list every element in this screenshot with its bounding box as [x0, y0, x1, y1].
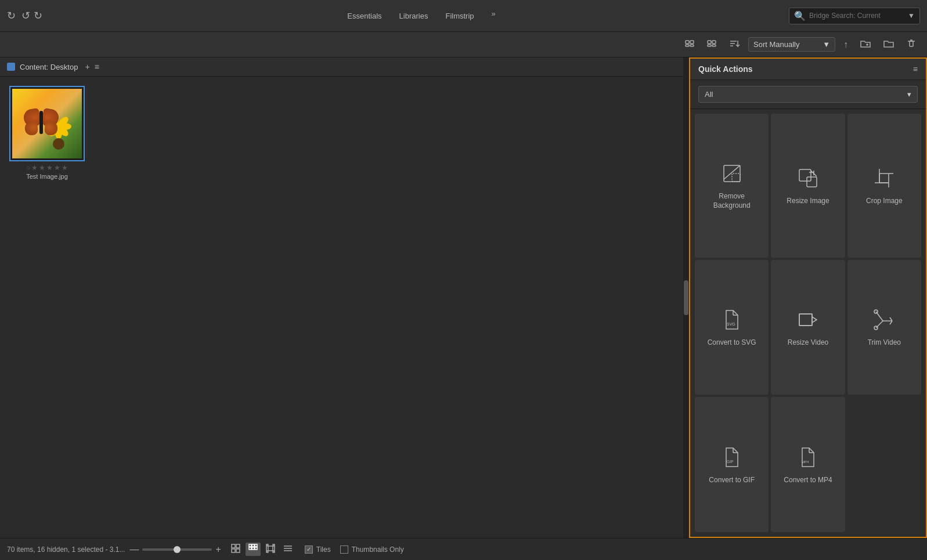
delete-button[interactable]	[903, 36, 920, 53]
zoom-out-button[interactable]: —	[129, 545, 139, 554]
star-5: ★	[62, 164, 68, 172]
actions-grid: RemoveBackground Resize Image	[690, 109, 926, 537]
panel-title: Quick Actions	[698, 64, 753, 74]
filter-label: All	[705, 90, 713, 99]
action-resize-image[interactable]: Resize Image	[771, 114, 845, 258]
refresh-icon[interactable]: ↻	[7, 9, 16, 22]
top-toolbar: ↻ ↺ ↻ Essentials Libraries Filmstrip » 🔍…	[0, 0, 927, 32]
content-scrollbar[interactable]	[683, 57, 689, 538]
panel-menu-icon[interactable]: ≡	[913, 64, 918, 74]
zoom-slider[interactable]	[142, 548, 212, 551]
action-convert-svg[interactable]: SVG Convert to SVG	[695, 260, 769, 395]
view-grid-button[interactable]	[228, 543, 243, 556]
content-icon	[7, 63, 15, 71]
content-add-button[interactable]: +	[85, 62, 89, 71]
svg-rect-1	[690, 41, 694, 44]
action-remove-background[interactable]: RemoveBackground	[695, 114, 769, 258]
svg-rect-62	[273, 544, 275, 545]
search-dropdown-arrow[interactable]: ▼	[908, 12, 915, 20]
convert-mp4-icon: MP4	[795, 445, 821, 470]
resize-image-icon	[795, 165, 821, 191]
new-folder-button[interactable]	[856, 36, 875, 53]
thumbnail-wrapper	[9, 86, 85, 161]
convert-gif-icon: GIF	[719, 445, 745, 470]
tiles-check-mark: ✓	[306, 546, 311, 552]
svg-rect-7	[712, 45, 716, 46]
trim-video-icon	[871, 307, 897, 333]
thumbnail-item[interactable]: ○ ★ ★ ★ ★ ★ Test Image.jpg	[9, 86, 85, 180]
thumbnail-rating: ○ ★ ★ ★ ★ ★	[26, 164, 68, 172]
search-input[interactable]	[809, 12, 902, 20]
svg-rect-6	[708, 45, 711, 46]
secondary-toolbar: Sort Manually ▼ ↑	[0, 32, 927, 57]
action-resize-video-label: Resize Video	[788, 338, 829, 348]
svg-rect-48	[232, 544, 235, 548]
more-tabs-button[interactable]: »	[492, 9, 496, 23]
svg-rect-19	[799, 169, 811, 181]
action-crop-image[interactable]: Crop Image	[847, 114, 921, 258]
content-header: Content: Desktop + ≡	[0, 57, 683, 77]
view-grid-small-button[interactable]	[246, 543, 261, 556]
sort-dropdown-arrow: ▼	[823, 40, 830, 49]
tab-filmstrip[interactable]: Filmstrip	[445, 9, 474, 23]
remove-background-icon	[719, 161, 745, 186]
folder-button[interactable]	[879, 36, 898, 53]
svg-rect-3	[690, 45, 694, 46]
svg-rect-18	[732, 174, 740, 182]
nav-tabs: Essentials Libraries Filmstrip »	[54, 9, 789, 23]
panel-header: Quick Actions ≡	[690, 59, 926, 80]
sort-options-button[interactable]	[725, 36, 744, 53]
svg-rect-64	[273, 551, 275, 552]
thumbnails-only-checkbox[interactable]	[340, 545, 348, 554]
view-icons	[228, 543, 295, 556]
status-text: 70 items, 16 hidden, 1 selected - 3.1...	[7, 545, 125, 554]
tiles-checkbox[interactable]: ✓	[305, 545, 313, 554]
view-filmstrip-button[interactable]	[263, 543, 278, 556]
zoom-in-button[interactable]: +	[215, 544, 221, 555]
sunflower-center	[53, 138, 64, 150]
filter-dropdown[interactable]: All ▾	[698, 86, 918, 103]
tab-libraries[interactable]: Libraries	[399, 9, 428, 23]
tiles-section: ✓ Tiles	[305, 545, 331, 554]
rating-filter-button[interactable]	[681, 36, 698, 53]
sort-dropdown[interactable]: Sort Manually ▼	[748, 37, 835, 52]
svg-rect-14	[910, 41, 913, 46]
zoom-controls: — +	[129, 544, 221, 555]
thumbnails-only-label: Thumbnails Only	[352, 545, 404, 554]
content-title: Content: Desktop	[20, 63, 78, 71]
svg-rect-54	[255, 544, 257, 547]
convert-svg-icon: SVG	[719, 307, 745, 333]
resize-video-icon	[795, 307, 821, 333]
quick-actions-panel: Quick Actions ≡ All ▾ RemoveBackground	[689, 57, 927, 538]
action-convert-mp4[interactable]: MP4 Convert to MP4	[771, 397, 845, 532]
search-bar[interactable]: 🔍 ▼	[789, 8, 920, 24]
svg-rect-0	[686, 41, 689, 44]
content-header-actions: + ≡	[85, 62, 99, 71]
redo-icon[interactable]: ↻	[34, 9, 42, 22]
action-resize-video[interactable]: Resize Video	[771, 260, 845, 395]
action-trim-video-label: Trim Video	[868, 338, 901, 348]
zoom-thumb	[174, 546, 181, 553]
action-remove-background-label: RemoveBackground	[713, 192, 751, 210]
action-convert-svg-label: Convert to SVG	[708, 338, 756, 348]
main-area: Content: Desktop + ≡	[0, 57, 927, 538]
tab-essentials[interactable]: Essentials	[347, 9, 381, 23]
filter-dropdown-button[interactable]	[703, 36, 720, 53]
undo-icon[interactable]: ↺	[21, 9, 30, 22]
svg-rect-57	[255, 547, 257, 550]
content-menu-button[interactable]: ≡	[95, 62, 99, 71]
action-crop-image-label: Crop Image	[866, 197, 903, 206]
search-icon: 🔍	[794, 10, 806, 21]
svg-line-40	[890, 317, 892, 321]
view-list-button[interactable]	[280, 543, 295, 556]
action-convert-gif[interactable]: GIF Convert to GIF	[695, 397, 769, 532]
rating-circle: ○	[26, 164, 30, 172]
svg-rect-49	[236, 544, 240, 548]
content-panel: Content: Desktop + ≡	[0, 57, 683, 538]
svg-rect-63	[266, 551, 268, 552]
star-2: ★	[39, 164, 45, 172]
action-trim-video[interactable]: Trim Video	[847, 260, 921, 395]
logo-area: ↻ ↺ ↻	[7, 9, 42, 22]
svg-marker-34	[799, 314, 812, 326]
sort-ascending-button[interactable]: ↑	[840, 37, 852, 52]
